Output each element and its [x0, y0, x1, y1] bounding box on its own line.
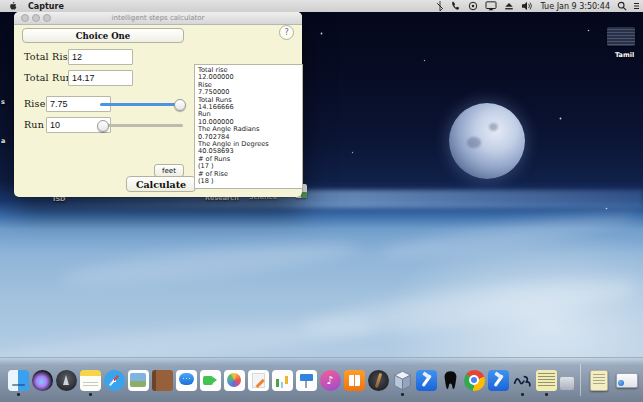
cloud-streak: [59, 234, 360, 291]
run-slider-knob[interactable]: [97, 120, 109, 132]
dock: ♪: [0, 357, 643, 402]
active-app-name[interactable]: Capture: [28, 2, 64, 11]
window-titlebar[interactable]: intelligent steps calculator: [14, 12, 302, 25]
xcode-alt-icon[interactable]: [488, 370, 509, 391]
phone-icon[interactable]: [451, 1, 461, 11]
menu-clock[interactable]: Tue Jan 9 3:50:44: [540, 2, 610, 11]
steps-calculator-app-icon[interactable]: [536, 370, 557, 391]
safari-icon[interactable]: [104, 370, 125, 391]
moon: [449, 103, 525, 179]
finder-icon[interactable]: [8, 370, 29, 391]
rise-label: Rise: [24, 98, 46, 109]
dock-separator: [580, 364, 581, 396]
help-button[interactable]: ?: [279, 25, 294, 40]
output-line: 12.000000: [198, 74, 302, 81]
minimized-window-1[interactable]: [616, 373, 638, 388]
airplay-display-icon[interactable]: [485, 1, 497, 11]
dictionary-icon[interactable]: [152, 370, 173, 391]
running-indicator: [89, 393, 92, 396]
rise-slider-track[interactable]: [100, 103, 183, 106]
photos-icon[interactable]: [224, 370, 245, 391]
apple-menu-icon[interactable]: [9, 1, 18, 11]
calculate-button[interactable]: Calculate: [126, 176, 196, 192]
running-indicator: [17, 393, 20, 396]
time-machine-icon[interactable]: [468, 1, 478, 11]
edge-desktop-label2[interactable]: a: [1, 137, 5, 145]
spotlight-search-icon[interactable]: [617, 1, 627, 11]
eject-icon[interactable]: [504, 1, 514, 11]
siri-icon[interactable]: [32, 370, 53, 391]
running-indicator: [401, 393, 404, 396]
minimized-steps-window[interactable]: [590, 370, 608, 391]
preview-icon[interactable]: [128, 370, 149, 391]
gray-window-icon[interactable]: [560, 377, 574, 390]
results-textarea[interactable]: Total rise 12.000000 Rise 7.750000 Total…: [194, 64, 303, 189]
bluetooth-icon[interactable]: [436, 1, 444, 11]
desktop: Capture Tue Jan 9 3:50:44 Tamil ISD Rese…: [0, 0, 643, 402]
total-run-input[interactable]: [68, 70, 133, 86]
running-indicator: [521, 393, 524, 396]
tamil-desktop-icon[interactable]: [607, 27, 635, 46]
launchpad-icon[interactable]: [56, 370, 77, 391]
menu-bar: Capture Tue Jan 9 3:50:44: [0, 0, 643, 12]
run-slider-track[interactable]: [100, 124, 183, 127]
tamil-desktop-label[interactable]: Tamil: [615, 51, 634, 59]
edge-desktop-label[interactable]: s: [1, 98, 5, 106]
total-rise-input[interactable]: [68, 49, 133, 65]
volume-icon[interactable]: [521, 1, 533, 11]
messages-icon[interactable]: [176, 370, 197, 391]
keynote-icon[interactable]: [296, 370, 317, 391]
xcode-icon[interactable]: [416, 370, 437, 391]
itunes-icon[interactable]: ♪: [320, 370, 341, 391]
notification-center-icon[interactable]: [634, 1, 639, 11]
tooth-app-icon[interactable]: [440, 370, 461, 391]
garageband-icon[interactable]: [368, 370, 389, 391]
ibooks-icon[interactable]: [344, 370, 365, 391]
facetime-icon[interactable]: [200, 370, 221, 391]
running-indicator: [545, 393, 548, 396]
run-label: Run: [24, 119, 44, 130]
total-run-label: Total Run: [24, 72, 72, 83]
window-title: intelligent steps calculator: [14, 14, 302, 22]
notes-icon[interactable]: [80, 370, 101, 391]
numbers-icon[interactable]: [272, 370, 293, 391]
chrome-icon[interactable]: [464, 370, 485, 391]
output-line: 14.166666: [198, 104, 302, 111]
output-line: (18 ): [198, 178, 302, 185]
total-rise-label: Total Rise: [24, 51, 74, 62]
3d-cube-app-icon[interactable]: [392, 370, 413, 391]
calculator-window: intelligent steps calculator Choice One …: [14, 12, 302, 197]
tamil-app-icon[interactable]: [512, 370, 533, 391]
rise-slider-knob[interactable]: [174, 99, 186, 111]
choice-popup-button[interactable]: Choice One: [22, 28, 184, 43]
pages-icon[interactable]: [248, 370, 269, 391]
